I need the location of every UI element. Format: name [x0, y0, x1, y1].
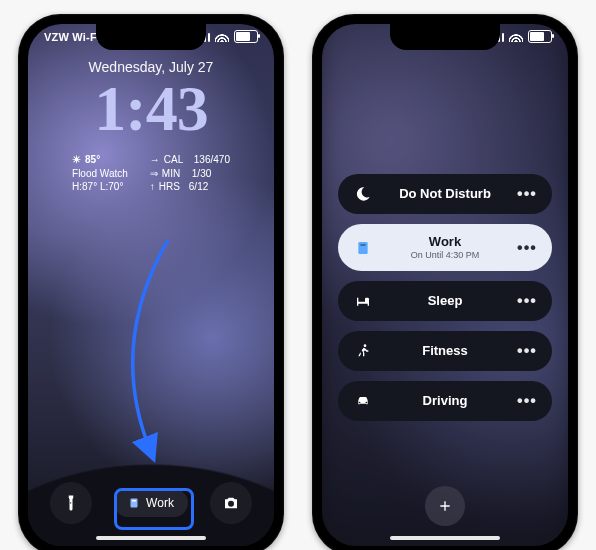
lock-screen: VZW Wi-Fi Wednesday, July 27 1:43 ☀︎: [28, 24, 274, 546]
lock-widgets[interactable]: ☀︎ 85° Flood Watch H:87° L:70° →CAL136/4…: [72, 153, 230, 194]
lock-date: Wednesday, July 27: [89, 59, 214, 75]
weather-hilo: H:87° L:70°: [72, 180, 128, 194]
home-indicator[interactable]: [390, 536, 500, 540]
activity-row: →CAL136/470: [150, 153, 230, 167]
focus-item-more[interactable]: •••: [516, 239, 538, 257]
focus-item-work[interactable]: WorkOn Until 4:30 PM•••: [338, 224, 552, 271]
focus-item-more[interactable]: •••: [516, 185, 538, 203]
focus-item-title: Work: [429, 235, 461, 250]
badge-icon: [352, 240, 374, 256]
flashlight-icon: [62, 494, 80, 512]
battery-icon: [234, 30, 258, 43]
weather-icon: ☀︎: [72, 153, 81, 167]
svg-rect-3: [360, 244, 365, 246]
activity-row: ⇒MIN1/30: [150, 167, 230, 181]
notch: [390, 24, 500, 50]
focus-item-more[interactable]: •••: [516, 342, 538, 360]
battery-icon: [528, 30, 552, 43]
flashlight-button[interactable]: [50, 482, 92, 524]
focus-pill-label: Work: [146, 496, 174, 510]
focus-item-more[interactable]: •••: [516, 292, 538, 310]
phone-right: Do Not Disturb•••WorkOn Until 4:30 PM•••…: [312, 14, 578, 550]
activity-row: ↑HRS6/12: [150, 180, 230, 194]
focus-item-fitness[interactable]: Fitness•••: [338, 331, 552, 371]
notch: [96, 24, 206, 50]
wifi-icon: [215, 32, 229, 42]
camera-icon: [222, 494, 240, 512]
weather-alert: Flood Watch: [72, 167, 128, 181]
svg-point-4: [364, 345, 367, 348]
focus-item-driving[interactable]: Driving•••: [338, 381, 552, 421]
activity-widget[interactable]: →CAL136/470⇒MIN1/30↑HRS6/12: [150, 153, 230, 194]
focus-item-sleep[interactable]: Sleep•••: [338, 281, 552, 321]
bed-icon: [352, 293, 374, 309]
badge-icon: [128, 497, 140, 509]
camera-button[interactable]: [210, 482, 252, 524]
focus-item-subtitle: On Until 4:30 PM: [411, 250, 480, 260]
focus-pill[interactable]: Work: [114, 489, 188, 517]
home-indicator[interactable]: [96, 536, 206, 540]
focus-item-title: Fitness: [422, 344, 468, 359]
car-icon: [352, 393, 374, 409]
moon-icon: [352, 186, 374, 202]
wifi-icon: [509, 32, 523, 42]
lock-time: 1:43: [94, 77, 207, 141]
weather-widget[interactable]: ☀︎ 85° Flood Watch H:87° L:70°: [72, 153, 128, 194]
focus-item-title: Driving: [423, 394, 468, 409]
focus-item-more[interactable]: •••: [516, 392, 538, 410]
focus-item-dnd[interactable]: Do Not Disturb•••: [338, 174, 552, 214]
plus-icon: [437, 498, 453, 514]
focus-item-title: Sleep: [428, 294, 463, 309]
focus-picker-screen: Do Not Disturb•••WorkOn Until 4:30 PM•••…: [322, 24, 568, 546]
carrier-label: VZW Wi-Fi: [44, 31, 100, 43]
run-icon: [352, 343, 374, 359]
svg-rect-0: [131, 499, 138, 508]
phone-left: VZW Wi-Fi Wednesday, July 27 1:43 ☀︎: [18, 14, 284, 550]
focus-item-title: Do Not Disturb: [399, 187, 491, 202]
add-focus-button[interactable]: [425, 486, 465, 526]
weather-temp: 85°: [85, 153, 100, 167]
svg-rect-1: [132, 500, 136, 502]
focus-mode-list: Do Not Disturb•••WorkOn Until 4:30 PM•••…: [338, 174, 552, 421]
svg-rect-2: [358, 242, 367, 254]
